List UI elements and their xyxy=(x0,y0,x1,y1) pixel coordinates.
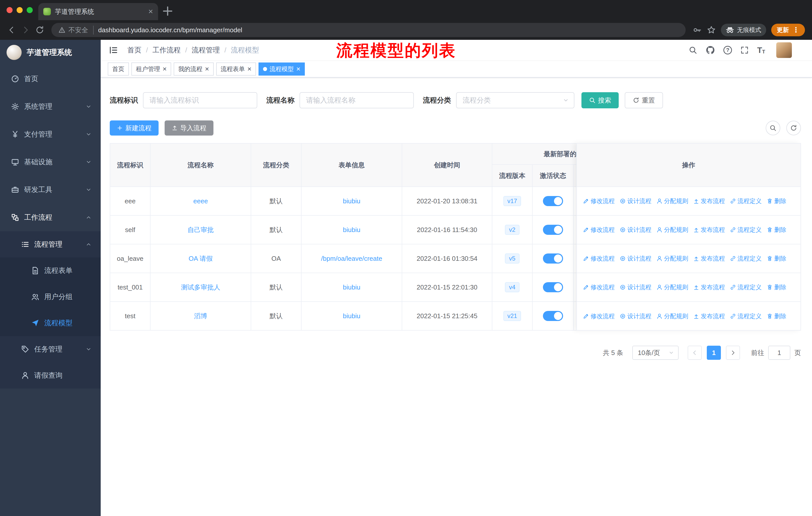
active-toggle[interactable] xyxy=(543,311,563,321)
sidebar-item-请假查询[interactable]: 请假查询 xyxy=(0,362,101,388)
active-toggle[interactable] xyxy=(543,225,563,235)
active-toggle[interactable] xyxy=(543,253,563,264)
font-size-icon[interactable] xyxy=(757,46,765,54)
close-window-button[interactable] xyxy=(6,7,12,13)
action-删除[interactable]: 删除 xyxy=(767,283,786,291)
toggle-search-button[interactable] xyxy=(766,121,780,135)
sidebar-item-流程管理[interactable]: 流程管理 xyxy=(0,231,101,257)
form-link[interactable]: biubiu xyxy=(343,226,360,234)
action-设计流程[interactable]: 设计流程 xyxy=(620,254,651,263)
next-page-button[interactable] xyxy=(726,346,740,360)
refresh-table-button[interactable] xyxy=(786,121,801,135)
app-logo[interactable]: 芋道管理系统 xyxy=(0,40,101,65)
breadcrumb-process-mgmt[interactable]: 流程管理 xyxy=(192,45,220,55)
action-分配规则[interactable]: 分配规则 xyxy=(657,254,688,263)
tab-close-icon[interactable] xyxy=(148,7,153,16)
back-icon[interactable] xyxy=(7,25,16,34)
sidebar-collapse-icon[interactable] xyxy=(109,45,118,55)
tag-首页[interactable]: 首页 xyxy=(108,62,129,76)
action-修改流程[interactable]: 修改流程 xyxy=(583,283,615,291)
reload-icon[interactable] xyxy=(35,25,44,34)
action-删除[interactable]: 删除 xyxy=(767,312,786,320)
action-流程定义[interactable]: 流程定义 xyxy=(730,283,762,291)
active-toggle[interactable] xyxy=(543,282,563,292)
reset-button[interactable]: 重置 xyxy=(625,92,663,108)
close-icon[interactable] xyxy=(205,65,209,73)
browser-tab[interactable]: 芋道管理系统 xyxy=(38,3,158,20)
sidebar-item-研发工具[interactable]: 研发工具 xyxy=(0,176,101,203)
process-key-input[interactable] xyxy=(143,92,257,108)
action-流程定义[interactable]: 流程定义 xyxy=(730,254,762,263)
search-icon[interactable] xyxy=(689,46,697,54)
update-button[interactable]: 更新 xyxy=(771,24,805,36)
prev-page-button[interactable] xyxy=(688,346,702,360)
form-link[interactable]: biubiu xyxy=(343,197,360,205)
form-link[interactable]: biubiu xyxy=(343,312,360,320)
url-bar[interactable]: 不安全 dashboard.yudao.iocoder.cn/bpm/manag… xyxy=(51,23,686,37)
form-link[interactable]: biubiu xyxy=(343,283,360,291)
sidebar-item-支付管理[interactable]: 支付管理 xyxy=(0,120,101,148)
action-设计流程[interactable]: 设计流程 xyxy=(620,312,651,320)
action-删除[interactable]: 删除 xyxy=(767,197,786,205)
close-icon[interactable] xyxy=(248,65,252,73)
action-发布流程[interactable]: 发布流程 xyxy=(693,283,725,291)
process-name-link[interactable]: 滔博 xyxy=(194,312,207,320)
browser-menu-icon[interactable] xyxy=(792,26,800,34)
import-process-button[interactable]: 导入流程 xyxy=(165,120,213,136)
process-name-link[interactable]: eeee xyxy=(193,197,208,205)
action-发布流程[interactable]: 发布流程 xyxy=(693,312,725,320)
action-删除[interactable]: 删除 xyxy=(767,226,786,234)
action-分配规则[interactable]: 分配规则 xyxy=(657,283,688,291)
current-page-button[interactable]: 1 xyxy=(707,346,721,360)
fullscreen-icon[interactable] xyxy=(741,46,749,54)
action-流程定义[interactable]: 流程定义 xyxy=(730,226,762,234)
sidebar-item-系统管理[interactable]: 系统管理 xyxy=(0,93,101,120)
page-size-select[interactable]: 10条/页 xyxy=(632,346,678,360)
close-icon[interactable] xyxy=(296,65,300,73)
action-设计流程[interactable]: 设计流程 xyxy=(620,283,651,291)
process-name-link[interactable]: 测试多审批人 xyxy=(181,283,220,291)
action-修改流程[interactable]: 修改流程 xyxy=(583,312,615,320)
sidebar-item-首页[interactable]: 首页 xyxy=(0,65,101,93)
process-name-input[interactable] xyxy=(299,92,414,108)
process-name-link[interactable]: OA 请假 xyxy=(188,255,212,262)
minimize-window-button[interactable] xyxy=(17,7,23,13)
sidebar-item-流程表单[interactable]: 流程表单 xyxy=(0,257,101,284)
sidebar-item-工作流程[interactable]: 工作流程 xyxy=(0,203,101,231)
action-修改流程[interactable]: 修改流程 xyxy=(583,226,615,234)
zoom-window-button[interactable] xyxy=(27,7,33,13)
user-avatar[interactable] xyxy=(776,42,792,58)
new-tab-button[interactable] xyxy=(161,4,174,18)
action-修改流程[interactable]: 修改流程 xyxy=(583,197,615,205)
bookmark-star-icon[interactable] xyxy=(707,25,716,34)
action-发布流程[interactable]: 发布流程 xyxy=(693,254,725,263)
form-link[interactable]: /bpm/oa/leave/create xyxy=(321,255,382,262)
create-process-button[interactable]: 新建流程 xyxy=(110,120,158,136)
action-流程定义[interactable]: 流程定义 xyxy=(730,197,762,205)
search-button[interactable]: 搜索 xyxy=(581,92,619,108)
sidebar-item-任务管理[interactable]: 任务管理 xyxy=(0,336,101,362)
security-status[interactable]: 不安全 xyxy=(58,26,94,34)
sidebar-item-用户分组[interactable]: 用户分组 xyxy=(0,284,101,310)
close-icon[interactable] xyxy=(163,65,167,73)
category-select[interactable]: 流程分类 xyxy=(456,92,574,108)
sidebar-item-基础设施[interactable]: 基础设施 xyxy=(0,148,101,176)
active-toggle[interactable] xyxy=(543,196,563,206)
action-流程定义[interactable]: 流程定义 xyxy=(730,312,762,320)
password-key-icon[interactable] xyxy=(693,25,702,34)
action-分配规则[interactable]: 分配规则 xyxy=(657,226,688,234)
action-设计流程[interactable]: 设计流程 xyxy=(620,197,651,205)
action-发布流程[interactable]: 发布流程 xyxy=(693,226,725,234)
action-修改流程[interactable]: 修改流程 xyxy=(583,254,615,263)
action-删除[interactable]: 删除 xyxy=(767,254,786,263)
action-分配规则[interactable]: 分配规则 xyxy=(657,197,688,205)
sidebar-item-流程模型[interactable]: 流程模型 xyxy=(0,310,101,336)
tag-流程表单[interactable]: 流程表单 xyxy=(216,62,256,76)
tag-租户管理[interactable]: 租户管理 xyxy=(132,62,171,76)
action-发布流程[interactable]: 发布流程 xyxy=(693,197,725,205)
forward-icon[interactable] xyxy=(21,25,30,34)
github-icon[interactable] xyxy=(706,46,715,55)
breadcrumb-home[interactable]: 首页 xyxy=(127,45,141,55)
process-name-link[interactable]: 自己审批 xyxy=(187,226,214,234)
goto-page-input[interactable] xyxy=(768,346,790,360)
